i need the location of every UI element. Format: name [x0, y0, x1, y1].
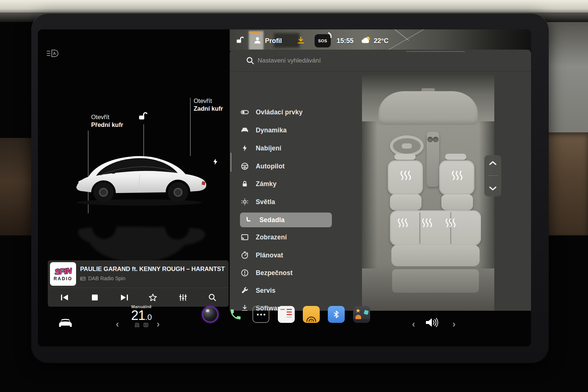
status-profile-label[interactable]: Profil — [265, 37, 282, 45]
seat-icon — [244, 216, 253, 224]
seat-heater-icon[interactable] — [445, 218, 456, 228]
theater-app-icon[interactable]: ★ — [353, 306, 370, 323]
menu-item-zobrazeni[interactable]: Zobrazení — [240, 228, 332, 246]
teal-shape — [364, 310, 369, 315]
temp-down-button[interactable]: ‹ — [116, 319, 119, 329]
volume-down-button[interactable]: ‹ — [412, 319, 415, 329]
cabin-pillar — [362, 121, 377, 268]
menu-item-label: Sedadla — [259, 216, 285, 224]
menu-item-label: Dynamika — [256, 126, 287, 134]
audible-app-icon[interactable] — [303, 306, 320, 323]
volume-up-button[interactable]: › — [452, 319, 456, 329]
app-launcher-icon[interactable] — [252, 306, 269, 323]
headlight-icon — [240, 197, 250, 206]
cupholder — [427, 137, 433, 142]
unlock-icon[interactable] — [138, 111, 148, 123]
divider — [48, 288, 229, 288]
front-trunk-target: Přední kufr — [91, 121, 123, 129]
calendar-line — [287, 311, 292, 313]
menu-item-sedadla[interactable]: Sedadla — [240, 213, 332, 227]
bench-seam — [419, 212, 420, 244]
car-controls-button[interactable] — [57, 316, 74, 331]
wrench-icon — [240, 286, 250, 295]
ground-shape — [353, 319, 370, 323]
search-input[interactable] — [258, 55, 379, 67]
menu-item-ovladaci-prvky[interactable]: Ovládací prvky — [240, 103, 332, 121]
calendar-app-icon[interactable] — [278, 306, 295, 323]
calendar-line — [287, 317, 292, 318]
menu-item-nabijeni[interactable]: Nabíjení — [240, 139, 332, 157]
seat-heater-icon[interactable] — [397, 218, 408, 228]
favorite-star-button[interactable] — [146, 291, 159, 304]
next-track-button[interactable] — [118, 291, 131, 304]
touchscreen-bezel: Profil SOS 15:55 22°C — [31, 13, 549, 363]
temp-up-button[interactable]: › — [157, 319, 160, 329]
star-shape: ★ — [355, 307, 361, 314]
safety-icon — [240, 268, 250, 277]
chevron-up-icon[interactable] — [489, 160, 497, 165]
steering-wheel-icon — [240, 162, 250, 171]
display-icon — [240, 233, 250, 242]
cabin-temperature-decimal: .0 — [145, 313, 152, 322]
menu-item-label: Bezpečnost — [256, 269, 293, 277]
sos-button[interactable]: SOS — [315, 34, 331, 47]
menu-item-label: Autopilot — [256, 163, 285, 170]
rear-trunk-target: Zadní kufr — [194, 105, 223, 113]
media-search-button[interactable] — [206, 291, 219, 304]
media-source: DAB Radio Spin — [80, 275, 125, 281]
menu-item-label: Nabíjení — [256, 145, 282, 152]
profile-avatar-icon[interactable] — [253, 36, 262, 46]
seat-heater-icon[interactable] — [422, 218, 433, 228]
volume-icon[interactable] — [424, 316, 439, 330]
rear-trunk-label[interactable]: Otevřít Zadní kufr — [194, 97, 223, 112]
update-download-icon[interactable] — [297, 36, 305, 46]
seat-view-scroller[interactable] — [484, 155, 501, 196]
menu-item-zamky[interactable]: Zámky — [240, 175, 332, 193]
cabin-temperature: 21 — [131, 308, 145, 323]
station-logo[interactable]: SPIN RADIO — [50, 262, 76, 286]
equalizer-button[interactable] — [176, 291, 190, 304]
bluetooth-app-icon[interactable] — [328, 306, 345, 323]
track-title: PAULIE GARAND ft. KENNY ROUGH – HARANTST — [80, 266, 226, 272]
menu-item-label: Servis — [256, 287, 276, 295]
cabin-seat-view — [362, 74, 494, 311]
unlock-icon[interactable] — [236, 36, 244, 46]
calendar-line — [287, 309, 292, 310]
previous-track-button[interactable] — [58, 291, 71, 304]
car-icon — [240, 126, 250, 135]
seat-heater-icon[interactable] — [400, 170, 412, 181]
phone-app-icon[interactable] — [227, 306, 244, 323]
menu-item-label: Zobrazení — [256, 234, 287, 241]
dashcam-app-icon[interactable] — [202, 306, 219, 323]
menu-item-planovat[interactable]: Plánovat — [240, 246, 332, 264]
seat-heater-icon[interactable] — [451, 170, 463, 181]
chevron-down-icon[interactable] — [489, 186, 497, 191]
menu-item-label: Plánovat — [256, 252, 283, 259]
dot — [257, 314, 259, 316]
stop-button[interactable] — [88, 291, 101, 304]
driver-seat-cushion — [390, 194, 422, 210]
auto-headlights-icon: A — [46, 48, 61, 60]
front-trunk-label[interactable]: Otevřít Přední kufr — [91, 113, 123, 128]
menu-item-label: Ovládací prvky — [256, 108, 302, 116]
svg-text:A: A — [53, 51, 56, 56]
rear-bench[interactable] — [390, 210, 481, 246]
panel-scrollbar[interactable] — [230, 153, 232, 172]
vehicle-render[interactable] — [67, 140, 214, 212]
touchscreen: Profil SOS 15:55 22°C — [38, 29, 531, 346]
rear-defrost-icon — [143, 322, 149, 327]
menu-item-label: Světla — [256, 198, 275, 206]
lock-icon — [240, 179, 250, 188]
menu-item-bezpecnost[interactable]: Bezpečnost — [240, 264, 332, 282]
search-icon — [246, 56, 255, 67]
menu-item-servis[interactable]: Servis — [240, 282, 332, 299]
menu-item-autopilot[interactable]: Autopilot — [240, 157, 332, 175]
menu-item-dynamika[interactable]: Dynamika — [240, 121, 332, 139]
center-console — [427, 132, 439, 187]
menu-item-svetla[interactable]: Světla — [240, 193, 332, 211]
windshield — [379, 91, 478, 125]
media-source-label: DAB Radio Spin — [88, 275, 125, 281]
lightning-icon — [240, 144, 250, 153]
status-bar: Profil SOS 15:55 22°C — [230, 34, 435, 48]
dot — [260, 314, 262, 316]
